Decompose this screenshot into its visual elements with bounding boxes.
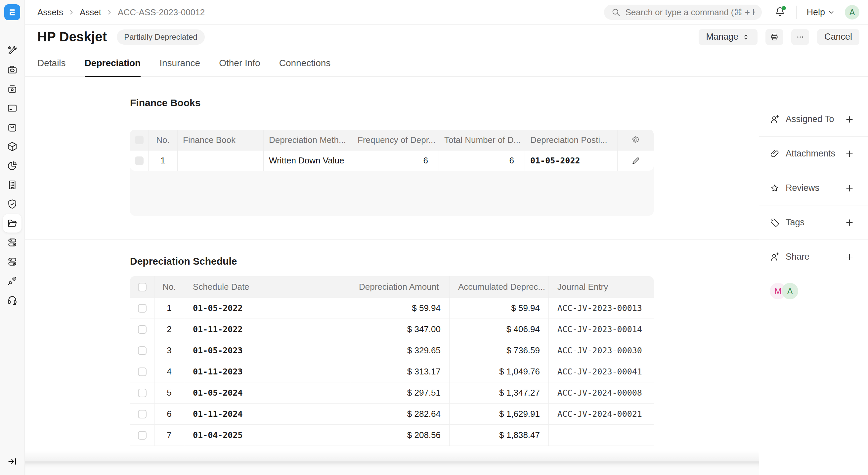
schedule-row[interactable]: 4 01-11-2023 $ 313.17 $ 1,049.76 ACC-JV-… (130, 361, 654, 382)
schedule-row[interactable]: 5 01-05-2024 $ 297.51 $ 1,347.27 ACC-JV-… (130, 382, 654, 404)
help-menu[interactable]: Help (806, 7, 835, 18)
add-attachment-button[interactable] (845, 149, 854, 158)
row-checkbox[interactable] (135, 156, 144, 165)
cell-accumulated[interactable]: $ 406.94 (449, 319, 549, 340)
schedule-row[interactable]: 1 01-05-2022 $ 59.94 $ 59.94 ACC-JV-2023… (130, 298, 654, 319)
row-checkbox[interactable] (138, 431, 147, 440)
finance-books-row-1[interactable]: 1 Written Down Value 6 6 01-05-2022 (130, 150, 654, 171)
cell-schedule-date[interactable]: 01-11-2023 (184, 361, 350, 382)
cell-total-number[interactable]: 6 (439, 151, 525, 171)
cell-accumulated[interactable]: $ 736.59 (449, 340, 549, 361)
add-review-button[interactable] (845, 184, 854, 193)
cell-amount[interactable]: $ 282.64 (350, 404, 449, 424)
cell-amount[interactable]: $ 297.51 (350, 382, 449, 403)
cell-schedule-date[interactable]: 01-05-2022 (184, 298, 350, 319)
row-checkbox[interactable] (138, 325, 147, 334)
cancel-label: Cancel (824, 32, 852, 42)
cell-journal-entry[interactable]: ACC-JV-2023-00041 (549, 361, 654, 382)
cell-accumulated[interactable]: $ 1,347.27 (449, 382, 549, 403)
cell-posting-date[interactable]: 01-05-2022 (525, 151, 617, 171)
global-search[interactable] (604, 5, 762, 20)
cell-schedule-date[interactable]: 01-11-2022 (184, 319, 350, 340)
cell-amount[interactable]: $ 208.56 (350, 425, 449, 446)
edit-row-button[interactable] (618, 156, 654, 165)
toggles-icon-2[interactable] (3, 252, 22, 271)
col-total-number: Total Number of D... (439, 130, 525, 150)
tab-other-info[interactable]: Other Info (219, 58, 260, 77)
cell-finance-book[interactable] (177, 151, 263, 171)
select-all-checkbox[interactable] (135, 136, 144, 144)
package-icon[interactable] (3, 137, 22, 156)
reviews-label: Reviews (786, 183, 819, 193)
cell-depreciation-method[interactable]: Written Down Value (263, 151, 352, 171)
cell-amount[interactable]: $ 329.65 (350, 340, 449, 361)
folder-icon-assets-active[interactable] (3, 214, 22, 232)
tools-icon[interactable] (3, 41, 22, 60)
cell-journal-entry[interactable]: ACC-JV-2023-00013 (549, 298, 654, 319)
row-checkbox[interactable] (138, 304, 147, 313)
add-share-button[interactable] (845, 252, 854, 262)
cell-schedule-date[interactable]: 01-11-2024 (184, 404, 350, 424)
deposit-box-icon[interactable] (3, 80, 22, 98)
add-tag-button[interactable] (845, 218, 854, 227)
search-input[interactable] (625, 7, 754, 18)
shopping-bag-icon[interactable] (3, 118, 22, 137)
print-button[interactable] (766, 29, 783, 45)
cell-journal-entry[interactable]: ACC-JV-2023-00030 (549, 340, 654, 361)
cancel-button[interactable]: Cancel (817, 29, 859, 45)
cell-accumulated[interactable]: $ 1,838.47 (449, 425, 549, 446)
scroll-content[interactable]: Finance Books No. Finance Book Depreciat… (25, 77, 759, 462)
expand-sidebar-icon[interactable] (7, 456, 17, 468)
tab-bar: Details Depreciation Insurance Other Inf… (25, 49, 868, 77)
cell-amount[interactable]: $ 59.94 (350, 298, 449, 319)
cell-accumulated[interactable]: $ 59.94 (449, 298, 549, 319)
breadcrumb-assets[interactable]: Assets (37, 7, 63, 18)
shield-check-icon[interactable] (3, 195, 22, 213)
tab-depreciation[interactable]: Depreciation (85, 58, 141, 77)
tags-label: Tags (786, 217, 805, 228)
row-checkbox[interactable] (138, 368, 147, 376)
row-checkbox[interactable] (138, 389, 147, 397)
cell-accumulated[interactable]: $ 1,629.91 (449, 404, 549, 424)
cell-amount[interactable]: $ 347.00 (350, 319, 449, 340)
building-icon[interactable] (3, 176, 22, 194)
col-journal-entry: Journal Entry (549, 276, 654, 298)
erpnext-logo-icon[interactable] (4, 4, 20, 20)
cash-register-icon[interactable] (3, 61, 22, 79)
add-assignment-button[interactable] (845, 115, 854, 124)
schedule-row[interactable]: 2 01-11-2022 $ 347.00 $ 406.94 ACC-JV-20… (130, 319, 654, 340)
cell-schedule-date[interactable]: 01-05-2024 (184, 382, 350, 403)
cell-schedule-date[interactable]: 01-05-2023 (184, 340, 350, 361)
notifications-bell-icon[interactable] (774, 6, 786, 19)
credit-card-icon[interactable] (3, 99, 22, 118)
plug-connection-icon[interactable] (3, 272, 22, 290)
cell-journal-entry[interactable]: ACC-JV-2024-00008 (549, 382, 654, 403)
col-depreciation-amount: Depreciation Amount (350, 276, 449, 298)
pie-chart-icon[interactable] (3, 156, 22, 175)
schedule-row[interactable]: 7 01-04-2025 $ 208.56 $ 1,838.47 (130, 425, 654, 446)
headset-icon[interactable] (3, 291, 22, 309)
tab-connections[interactable]: Connections (279, 58, 331, 77)
tab-insurance[interactable]: Insurance (159, 58, 200, 77)
toggles-icon[interactable] (3, 233, 22, 252)
cell-journal-entry[interactable]: ACC-JV-2024-00021 (549, 404, 654, 424)
cell-schedule-date[interactable]: 01-04-2025 (184, 425, 350, 446)
cell-journal-entry[interactable] (549, 425, 654, 446)
avatar-a[interactable]: A (782, 283, 798, 299)
more-options-button[interactable] (791, 29, 809, 45)
cell-amount[interactable]: $ 313.17 (350, 361, 449, 382)
manage-button[interactable]: Manage (699, 29, 757, 45)
cell-journal-entry[interactable]: ACC-JV-2023-00014 (549, 319, 654, 340)
table-settings-button[interactable] (618, 135, 654, 145)
cell-frequency[interactable]: 6 (352, 151, 439, 171)
schedule-row[interactable]: 3 01-05-2023 $ 329.65 $ 736.59 ACC-JV-20… (130, 340, 654, 361)
tab-details[interactable]: Details (37, 58, 66, 77)
tags-section: Tags (759, 205, 868, 240)
breadcrumb-asset[interactable]: Asset (80, 7, 101, 18)
row-checkbox[interactable] (138, 410, 147, 418)
select-all-checkbox[interactable] (138, 283, 147, 291)
cell-accumulated[interactable]: $ 1,049.76 (449, 361, 549, 382)
row-checkbox[interactable] (138, 346, 147, 355)
user-avatar[interactable]: A (845, 5, 859, 20)
schedule-row[interactable]: 6 01-11-2024 $ 282.64 $ 1,629.91 ACC-JV-… (130, 404, 654, 425)
